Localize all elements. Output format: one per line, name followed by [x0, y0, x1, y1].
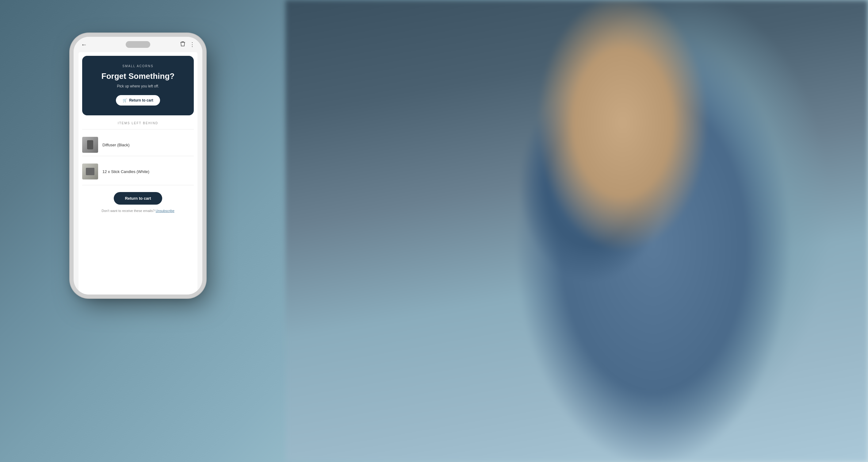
headline: Forget Something?: [88, 71, 188, 81]
product-thumbnail-diffuser: [82, 137, 98, 153]
phone-email-content[interactable]: Small Acorns Forget Something? Pick up w…: [79, 52, 197, 294]
product-thumbnail-candles: [82, 164, 98, 179]
phone-pill: [126, 41, 150, 48]
list-item: 12 x Stick Candles (White): [82, 161, 194, 182]
phone-device-wrapper: ← ⋮ Small Acorns: [73, 37, 203, 294]
top-divider: [82, 129, 194, 129]
phone-status-bar: ← ⋮: [73, 37, 203, 52]
unsubscribe-text: Don't want to receive these emails? Unsu…: [85, 209, 191, 212]
hero-return-to-cart-button[interactable]: 🛒 Return to cart: [116, 95, 160, 106]
product-name: Diffuser (Black): [102, 143, 130, 147]
right-icons: ⋮: [180, 41, 195, 48]
item-divider-1: [82, 156, 194, 156]
items-section-label: Items Left Behind: [82, 121, 194, 125]
background-person: [285, 0, 868, 462]
hero-card: Small Acorns Forget Something? Pick up w…: [82, 56, 194, 115]
footer-return-to-cart-button[interactable]: Return to cart: [114, 192, 162, 205]
product-name: 12 x Stick Candles (White): [102, 169, 149, 174]
phone-device: ← ⋮ Small Acorns: [73, 37, 203, 294]
back-icon[interactable]: ←: [81, 41, 87, 48]
footer-cta: Return to cart Don't want to receive the…: [79, 192, 197, 218]
list-item: Diffuser (Black): [82, 134, 194, 156]
unsubscribe-link[interactable]: Unsubscribe: [156, 209, 175, 212]
subtext: Pick up where you left off.: [88, 84, 188, 88]
items-section: Items Left Behind Diffuser (Black) 12 x …: [79, 121, 197, 185]
trash-icon[interactable]: [180, 41, 185, 48]
more-icon[interactable]: ⋮: [189, 41, 195, 48]
brand-label: Small Acorns: [88, 64, 188, 68]
cart-icon: 🛒: [123, 98, 127, 103]
